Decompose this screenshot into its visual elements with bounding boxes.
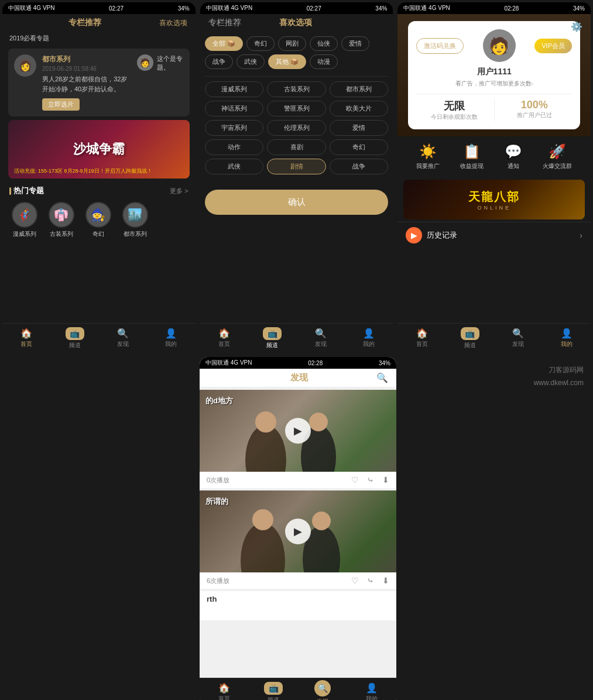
topic-1[interactable]: 👘 古装系列 (45, 202, 77, 238)
grid-tag-8[interactable]: 爱情 (330, 120, 389, 136)
grid-tag-9[interactable]: 动作 (205, 139, 264, 155)
confirm-button[interactable]: 确认 (205, 190, 389, 215)
channel-icon-1: 📺 (66, 327, 84, 340)
phone2-content: 全部 📦 奇幻 网剧 仙侠 爱情 战争 武侠 其他 📦 动漫 漫威系列 古装系列… (200, 32, 393, 323)
tab-channel-2[interactable]: 📺 频道 (248, 324, 296, 352)
grid-tag-6[interactable]: 宇宙系列 (205, 120, 264, 136)
video-info-1: 6次播放 ♡ ⤷ ⬇ (200, 572, 396, 589)
download-icon-0[interactable]: ⬇ (382, 475, 389, 485)
svg-point-5 (252, 509, 273, 530)
status-bar-4: 中国联通 4G VPN 02:28 34% (200, 357, 396, 369)
action-group[interactable]: 🚀 火爆交流群 (543, 143, 572, 170)
nav-back-2[interactable]: 专栏推荐 (208, 18, 241, 28)
tab-home-label-3: 首页 (416, 340, 428, 348)
profile-header: ⚙️ 激活码兑换 🧑 VIP会员 用户1111 看广告，推广可增加更多次数- 无… (397, 14, 591, 136)
tag-wuxia[interactable]: 武侠 (236, 54, 265, 69)
download-icon-1[interactable]: ⬇ (382, 576, 389, 585)
share-icon-1[interactable]: ⤷ (367, 576, 374, 585)
tab-mine-3[interactable]: 👤 我的 (543, 324, 591, 352)
like-icon-1[interactable]: ♡ (351, 576, 359, 585)
carrier-1: 中国联通 4G VPN (8, 4, 54, 12)
tag-anime[interactable]: 动漫 (310, 54, 338, 69)
site-watermark: 刀客源码网 www.dkewl.com (534, 364, 584, 389)
watermark-area: 刀客源码网 www.dkewl.com (399, 355, 593, 399)
tab-discover-2[interactable]: 🔍 发现 (297, 324, 345, 352)
phone-2: 中国联通 4G VPN 02:27 34% 专栏推荐 喜欢选项 全部 📦 奇幻 … (200, 2, 393, 352)
activate-btn[interactable]: 激活码兑换 (416, 38, 464, 54)
tab-home-2[interactable]: 🏠 首页 (200, 324, 248, 352)
tab-bar-3: 🏠 首页 📺 频道 🔍 发现 👤 我的 (397, 323, 591, 352)
ad-banner[interactable]: 天龍八部 ONLINE (403, 180, 585, 219)
grid-tag-2[interactable]: 都市系列 (330, 81, 389, 97)
tab-channel-3[interactable]: 📺 频道 (446, 324, 494, 352)
play-btn-0[interactable]: ▶ (285, 418, 311, 444)
video-info-0: 0次播放 ♡ ⤷ ⬇ (200, 472, 396, 488)
grid-tag-1[interactable]: 古装系列 (267, 81, 326, 97)
phone-3: 中国联通 4G VPN 02:28 34% ⚙️ 激活码兑换 🧑 VIP会员 用… (397, 2, 591, 352)
tag-all[interactable]: 全部 📦 (205, 36, 243, 51)
tab-channel-4[interactable]: 📺 频道 (249, 678, 298, 700)
like-icon-0[interactable]: ♡ (351, 475, 359, 485)
play-btn-1[interactable]: ▶ (285, 519, 311, 544)
grid-tag-4[interactable]: 警匪系列 (267, 101, 326, 116)
topic-2[interactable]: 🧙 奇幻 (82, 202, 114, 238)
action-promote[interactable]: ☀️ 我要推广 (416, 143, 440, 170)
tag-fantasy[interactable]: 奇幻 (246, 36, 275, 51)
tab-channel-1[interactable]: 📺 频道 (50, 324, 98, 352)
stat-divider (494, 99, 495, 121)
grid-tag-14[interactable]: 战争 (330, 159, 389, 174)
action-notify[interactable]: 💬 通知 (505, 143, 522, 170)
profile-desc: 看广告，推广可增加更多次数- (416, 80, 572, 88)
featured-side-inner: 🧑 这个是专题。 (137, 54, 184, 72)
video-thumbnail-0[interactable]: 的d地方 ▶ (200, 390, 396, 472)
hot-more[interactable]: 更多 > (170, 187, 188, 195)
tab-home-label-1: 首页 (20, 340, 32, 348)
featured-btn[interactable]: 立即选片 (42, 98, 80, 111)
history-section[interactable]: ▶ 历史记录 › (397, 222, 591, 248)
tab-home-1[interactable]: 🏠 首页 (2, 324, 50, 352)
gear-icon[interactable]: ⚙️ (571, 21, 582, 32)
topic-0[interactable]: 🦸 漫威系列 (8, 202, 40, 238)
tab-home-3[interactable]: 🏠 首页 (397, 324, 445, 352)
tag-war[interactable]: 战争 (205, 54, 233, 69)
topic-3[interactable]: 🏙️ 都市系列 (119, 202, 151, 238)
video-thumbnail-1[interactable]: 所谓的 ▶ (200, 490, 396, 572)
share-icon-0[interactable]: ⤷ (367, 475, 374, 485)
tab-mine-1[interactable]: 👤 我的 (147, 324, 195, 352)
game-banner[interactable]: 沙城争霸 活动充值: 155-173区 8月28-9月19日！开启万人跨服混战！ (8, 120, 190, 179)
grid-tag-11[interactable]: 奇幻 (330, 139, 389, 155)
nav-action-1[interactable]: 喜欢选项 (159, 18, 187, 28)
spacer-left (0, 355, 197, 361)
grid-tag-10[interactable]: 喜剧 (267, 139, 326, 155)
tab-discover-3[interactable]: 🔍 发现 (494, 324, 542, 352)
tag-drama[interactable]: 网剧 (278, 36, 306, 51)
vip-btn[interactable]: VIP会员 (534, 39, 572, 53)
tag-xian[interactable]: 仙侠 (310, 36, 338, 51)
tab-discover-4[interactable]: 🔍 发现 (298, 678, 347, 700)
profile-stats: 无限 今日剩余观影次数 100% 推广用户已过 (416, 94, 572, 121)
grid-tag-3[interactable]: 神话系列 (205, 101, 264, 116)
grid-tag-13[interactable]: 剧情 (267, 159, 326, 174)
grid-tag-7[interactable]: 伦理系列 (267, 120, 326, 136)
featured-text: 男人28岁之前都很自信，32岁开始冷静，40岁开始认命。 (42, 74, 131, 94)
tag-love[interactable]: 爱情 (341, 36, 369, 51)
watermark-line2: www.dkewl.com (534, 377, 584, 390)
tab-discover-1[interactable]: 🔍 发现 (99, 324, 147, 352)
withdraw-label: 收益提现 (460, 162, 484, 170)
action-withdraw[interactable]: 📋 收益提现 (460, 143, 484, 170)
grid-tag-5[interactable]: 欧美大片 (330, 101, 389, 116)
search-icon-4[interactable]: 🔍 (376, 372, 388, 383)
grid-tag-0[interactable]: 漫威系列 (205, 81, 264, 97)
tab-mine-2[interactable]: 👤 我的 (345, 324, 393, 352)
tag-other[interactable]: 其他 📦 (268, 54, 306, 69)
nav-bar-4: 发现 🔍 (200, 369, 396, 387)
history-title: 历史记录 (427, 230, 580, 241)
status-bar-2: 中国联通 4G VPN 02:27 34% (200, 2, 393, 14)
withdraw-icon: 📋 (463, 143, 481, 160)
tab-home-4[interactable]: 🏠 首页 (200, 678, 249, 700)
phone1-content: 2019必看专题 👩 都市系列 2019-06-29 01:58:46 男人28… (2, 32, 196, 323)
topic-avatar-1: 👘 (49, 202, 74, 228)
tab-mine-4[interactable]: 👤 我的 (347, 678, 396, 700)
svg-point-1 (255, 411, 276, 433)
grid-tag-12[interactable]: 武侠 (205, 159, 264, 174)
